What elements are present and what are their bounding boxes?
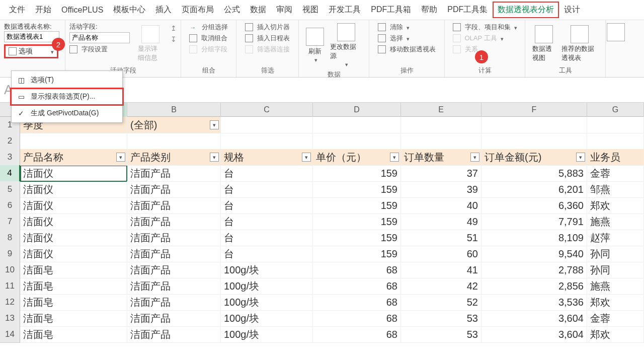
cell[interactable]: 6,201	[481, 181, 587, 198]
menu-tab[interactable]: 模板中心	[108, 2, 150, 18]
row-header[interactable]: 11	[0, 278, 20, 295]
menu-tab-pivot-analyze[interactable]: 数据透视表分析	[493, 2, 559, 18]
cell[interactable]: 洁面皂	[20, 278, 127, 295]
cell[interactable]: 68	[313, 326, 401, 343]
cell[interactable]: 37	[401, 165, 481, 182]
move-pivot-button[interactable]: 移动数据透视表	[378, 45, 436, 54]
cell[interactable]: 51	[401, 230, 481, 246]
row-header[interactable]: 6	[0, 197, 20, 214]
cell[interactable]: 洁面产品	[127, 262, 221, 278]
field-list-button[interactable]	[604, 22, 628, 43]
header-cell[interactable]: 业务员	[587, 149, 644, 166]
cell[interactable]: 159	[313, 165, 401, 182]
header-cell[interactable]: 订单数量▾	[401, 149, 481, 166]
menu-item-options[interactable]: ◫ 选项(T)	[12, 71, 122, 89]
cell[interactable]: 台	[221, 246, 313, 262]
col-header[interactable]: F	[481, 103, 587, 118]
row-header[interactable]: 10	[0, 262, 20, 278]
pivot-chart-button[interactable]: 数据透视图	[529, 22, 558, 65]
cell[interactable]: 施燕	[587, 213, 644, 230]
cell[interactable]: 60	[401, 246, 481, 262]
cell[interactable]: 洁面仪	[20, 246, 127, 262]
row-header[interactable]: 7	[0, 213, 20, 230]
pivot-name-input[interactable]	[4, 31, 59, 42]
filter-dropdown-icon[interactable]: ▾	[576, 153, 585, 162]
cell[interactable]: 159	[313, 213, 401, 230]
group-select-button[interactable]: → 分组选择	[189, 23, 228, 32]
menu-tab[interactable]: 插入	[150, 2, 177, 18]
cell[interactable]: 郑欢	[587, 326, 644, 343]
cell[interactable]: 洁面皂	[20, 294, 127, 311]
row-header[interactable]: 12	[0, 294, 20, 311]
cell[interactable]: 金蓉	[587, 165, 644, 182]
cell[interactable]: 洁面皂	[20, 262, 127, 278]
cell[interactable]: 3,536	[481, 294, 587, 311]
cell[interactable]: 53	[401, 326, 481, 343]
cell[interactable]: 洁面皂	[20, 310, 127, 327]
clear-button[interactable]: 清除	[378, 23, 436, 32]
cell[interactable]: 洁面产品	[127, 165, 221, 182]
menu-tab[interactable]: PDF工具集	[442, 2, 493, 18]
field-settings-button[interactable]: 字段设置	[69, 45, 130, 54]
menu-tab[interactable]: 开始	[30, 2, 56, 18]
cell[interactable]: 68	[313, 278, 401, 295]
cell[interactable]: 洁面产品	[127, 326, 221, 343]
cell[interactable]: 68	[313, 262, 401, 278]
menu-item-show-report-filter-pages[interactable]: ▭ 显示报表筛选页(P)...	[10, 88, 124, 106]
cell[interactable]: 洁面仪	[20, 165, 127, 182]
cell[interactable]: 台	[221, 213, 313, 230]
col-header[interactable]: G	[587, 103, 644, 118]
col-header[interactable]: E	[401, 103, 481, 118]
menu-item-getpivotdata[interactable]: ✓ 生成 GetPivotData(G)	[12, 104, 122, 122]
change-datasource-button[interactable]: 更改数据源	[327, 22, 365, 69]
cell[interactable]: 洁面仪	[20, 230, 127, 246]
cell[interactable]: 洁面产品	[127, 230, 221, 246]
col-header[interactable]: C	[221, 103, 313, 118]
filter-dropdown-icon[interactable]: ▾	[210, 120, 219, 129]
cell[interactable]: 159	[313, 230, 401, 246]
header-cell[interactable]: 产品名称▾	[20, 149, 127, 166]
insert-slicer-button[interactable]: 插入切片器	[245, 23, 290, 32]
cell[interactable]: 41	[401, 262, 481, 278]
menu-tab[interactable]: PDF工具箱	[366, 2, 416, 18]
header-cell[interactable]: 规格▾	[221, 149, 313, 166]
cell[interactable]: 孙同	[587, 246, 644, 262]
cell[interactable]: 52	[401, 294, 481, 311]
filter-dropdown-icon[interactable]: ▾	[470, 153, 479, 162]
cell[interactable]: 3,604	[481, 326, 587, 343]
drill-down-icon[interactable]: ↧	[171, 35, 177, 43]
cell[interactable]: 洁面仪	[20, 181, 127, 198]
cell[interactable]: 洁面产品	[127, 197, 221, 214]
cell[interactable]: 159	[313, 181, 401, 198]
cell[interactable]: 100g/块	[221, 326, 313, 343]
header-cell[interactable]: 产品类别▾	[127, 149, 221, 166]
menu-tab[interactable]: 文件	[4, 2, 30, 18]
row-header[interactable]: 9	[0, 246, 20, 262]
refresh-button[interactable]: 刷新	[303, 22, 327, 69]
menu-tab[interactable]: 数据	[245, 2, 271, 18]
row-header[interactable]: 2	[0, 133, 20, 150]
cell[interactable]: 孙同	[587, 262, 644, 278]
cell[interactable]: 洁面皂	[20, 326, 127, 343]
cell[interactable]: 5,883	[481, 165, 587, 182]
cell[interactable]: 洁面产品	[127, 310, 221, 327]
ungroup-button[interactable]: 取消组合	[189, 34, 228, 43]
menu-tab[interactable]: 公式	[219, 2, 245, 18]
header-cell[interactable]: 订单金额(元)▾	[481, 149, 587, 166]
cell[interactable]: 7,791	[481, 213, 587, 230]
cell[interactable]: 42	[401, 278, 481, 295]
cell[interactable]: 2,788	[481, 262, 587, 278]
menu-tab[interactable]: 视图	[297, 2, 324, 18]
select-button[interactable]: 选择	[378, 34, 436, 43]
insert-timeline-button[interactable]: 插入日程表	[245, 34, 290, 43]
recommended-pivot-button[interactable]: 推荐的数据透视表	[558, 22, 601, 65]
cell[interactable]: 100g/块	[221, 294, 313, 311]
cell[interactable]: 100g/块	[221, 278, 313, 295]
fields-items-sets-button[interactable]: 字段、项目和集	[453, 23, 517, 32]
filter-dropdown-icon[interactable]: ▾	[116, 153, 125, 162]
cell[interactable]: 3,604	[481, 310, 587, 327]
cell[interactable]: 洁面仪	[20, 213, 127, 230]
cell[interactable]: 53	[401, 310, 481, 327]
cell[interactable]: 郑欢	[587, 197, 644, 214]
cell[interactable]: 6,360	[481, 197, 587, 214]
